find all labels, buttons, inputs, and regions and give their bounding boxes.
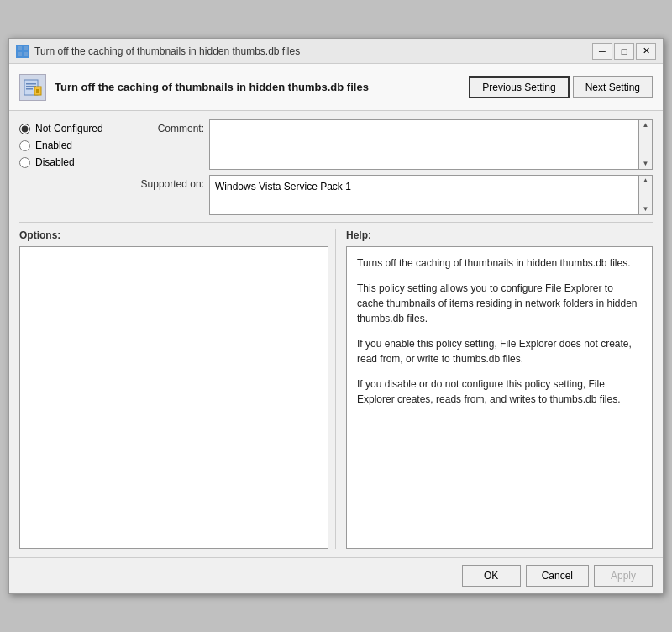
help-paragraph-4: If you disable or do not configure this …	[357, 377, 642, 407]
title-bar: Turn off the caching of thumbnails in hi…	[9, 39, 663, 64]
scroll-up-arrow[interactable]: ▲	[643, 121, 649, 129]
comment-field-wrapper: ▲ ▼	[209, 119, 653, 170]
options-panel: Options:	[19, 229, 336, 549]
help-paragraph-2: This policy setting allows you to config…	[357, 281, 642, 326]
header-buttons: Previous Setting Next Setting	[469, 76, 653, 98]
footer: OK Cancel Apply	[9, 557, 663, 593]
header-bar: Turn off the caching of thumbnails in hi…	[9, 64, 663, 111]
supported-on-value: Windows Vista Service Pack 1	[209, 175, 639, 215]
scroll-down-arrow[interactable]: ▼	[643, 160, 649, 168]
radio-disabled-input[interactable]	[19, 157, 30, 168]
radio-not-configured-input[interactable]	[19, 124, 30, 134]
upper-section: Not Configured Enabled Disabled Comment:	[19, 119, 653, 215]
supported-scroll-down[interactable]: ▼	[643, 205, 649, 213]
radio-group: Not Configured Enabled Disabled	[19, 119, 129, 168]
ok-button[interactable]: OK	[462, 565, 521, 587]
window-controls: ─ □ ✕	[592, 43, 656, 60]
upper-right-fields: Comment: ▲ ▼ Supported on: Windows Vista…	[129, 119, 653, 215]
window-icon	[16, 45, 29, 58]
svg-rect-9	[36, 89, 39, 93]
comment-label: Comment:	[129, 119, 204, 134]
close-button[interactable]: ✕	[636, 43, 656, 60]
help-paragraph-3: If you enable this policy setting, File …	[357, 336, 642, 366]
svg-rect-3	[24, 52, 28, 56]
bottom-section: Options: Help: Turns off the caching of …	[19, 222, 653, 549]
header-title: Turn off the caching of thumbnails in hi…	[55, 81, 469, 93]
maximize-button[interactable]: □	[614, 43, 634, 60]
radio-enabled-input[interactable]	[19, 140, 30, 151]
help-paragraph-1: Turns off the caching of thumbnails in h…	[357, 255, 642, 271]
svg-rect-2	[18, 52, 22, 56]
header-title-section: Turn off the caching of thumbnails in hi…	[19, 74, 469, 101]
supported-scrollbar: ▲ ▼	[639, 175, 653, 215]
svg-rect-5	[26, 83, 36, 85]
svg-rect-0	[18, 46, 22, 50]
policy-icon	[19, 74, 46, 101]
svg-rect-7	[26, 88, 33, 90]
radio-enabled[interactable]: Enabled	[19, 140, 129, 151]
apply-button[interactable]: Apply	[594, 565, 653, 587]
title-bar-left: Turn off the caching of thumbnails in hi…	[16, 45, 300, 58]
supported-scroll-up[interactable]: ▲	[643, 176, 649, 185]
radio-disabled[interactable]: Disabled	[19, 156, 129, 168]
previous-setting-button[interactable]: Previous Setting	[469, 76, 569, 98]
main-window: Turn off the caching of thumbnails in hi…	[8, 38, 664, 594]
options-label: Options:	[19, 229, 328, 241]
minimize-button[interactable]: ─	[592, 43, 612, 60]
radio-not-configured[interactable]: Not Configured	[19, 123, 129, 134]
content-area: Not Configured Enabled Disabled Comment:	[9, 111, 663, 557]
cancel-button[interactable]: Cancel	[526, 565, 589, 587]
supported-on-wrapper: Windows Vista Service Pack 1 ▲ ▼	[209, 175, 653, 215]
help-label: Help:	[346, 229, 653, 241]
options-box	[19, 246, 328, 549]
svg-rect-1	[24, 46, 28, 50]
comment-scrollbar: ▲ ▼	[639, 119, 653, 170]
supported-on-label: Supported on:	[129, 175, 204, 190]
help-box: Turns off the caching of thumbnails in h…	[346, 246, 653, 549]
comment-textarea[interactable]	[209, 119, 639, 170]
next-setting-button[interactable]: Next Setting	[573, 76, 653, 98]
help-panel: Help: Turns off the caching of thumbnail…	[336, 229, 653, 549]
window-title: Turn off the caching of thumbnails in hi…	[34, 45, 300, 57]
